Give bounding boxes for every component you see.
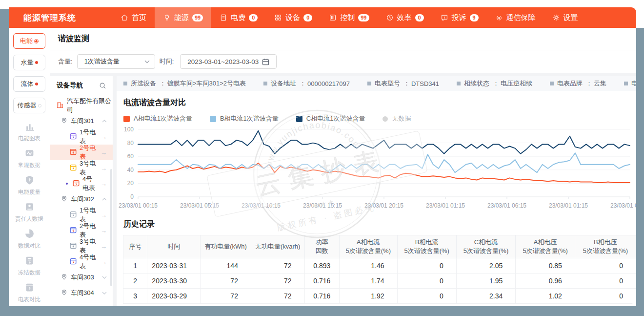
legend-swatch <box>123 116 130 122</box>
arrow-right-icon[interactable]: → <box>101 227 107 234</box>
tree-meter-3号电表[interactable]: 3号电表→ <box>50 160 113 176</box>
nav-item-electricity-fee[interactable]: 电费0 <box>211 7 266 28</box>
tree-group-车间303[interactable]: 车间303 <box>50 270 113 285</box>
legend-item-2[interactable]: C相电流1次谐波含量 <box>296 114 365 123</box>
info-colon: ： <box>586 79 592 88</box>
mode-button-sensor[interactable]: 传感器 <box>13 98 45 113</box>
info-value: 000000217097 <box>307 80 350 87</box>
sidebar-item-power-charts[interactable]: 电能图表 <box>18 121 40 142</box>
line-chart-canvas: 02040608010023/03/01 00:1523/03/01 05:15… <box>117 126 636 212</box>
mode-button-fluid[interactable]: 流体 <box>13 76 45 92</box>
sidebar-item-owner-data[interactable]: 责任人数据 <box>15 202 43 223</box>
arrow-right-icon[interactable]: → <box>101 180 107 188</box>
cell-r1-c0: 1 <box>123 258 147 274</box>
tree-meter-2号电表[interactable]: 2号电表→ <box>50 223 113 238</box>
tree-meter-3号电表[interactable]: 3号电表→ <box>50 238 113 254</box>
content-filter-label: 含量: <box>58 57 73 66</box>
info-colon: ： <box>403 79 410 88</box>
col-header-8: A相电压5次谐波含量(%) <box>516 235 575 258</box>
tree-group-车间301[interactable]: 车间301 <box>50 113 113 129</box>
nav-item-settings[interactable]: 设置 <box>544 7 586 28</box>
device-info-1: 设备地址：000000217097 <box>263 79 350 88</box>
tree-meter-4号电表[interactable]: 4号电表→ <box>50 176 113 191</box>
mode-status-icon <box>38 104 41 107</box>
tree-meter-4号电表[interactable]: 4号电表→ <box>50 254 113 270</box>
sidebar-item-data-compare[interactable]: 数据对比 <box>18 229 40 250</box>
meter-icon <box>70 133 77 141</box>
app-panel: 电能水量流体传感器 电能图表常规数据电能质量责任人数据数据对比冻结数据电表对比负… <box>9 28 636 306</box>
tree-meter-1号电表[interactable]: 1号电表→ <box>50 207 113 223</box>
sidebar-item-regular-data[interactable]: 常规数据 <box>18 148 40 169</box>
nav-item-home[interactable]: 首页 <box>112 7 155 28</box>
pie-icon <box>24 229 35 241</box>
cell-r1-c6: 0 <box>397 258 456 274</box>
frame-right-scroll-strip[interactable] <box>636 28 644 316</box>
x-tick-label: 23/03/01 06:15 <box>487 202 526 209</box>
arrow-right-icon[interactable]: → <box>101 133 107 141</box>
device-nav-header: 设备导航 <box>50 76 113 95</box>
chevron-down-icon[interactable] <box>102 276 107 279</box>
legend-item-1[interactable]: B相电流1次谐波含量 <box>210 114 279 123</box>
nav-item-communication[interactable]: 通信保障 <box>487 7 544 28</box>
cell-r3-c5: 1.92 <box>339 289 397 304</box>
location-pin-icon <box>60 117 68 126</box>
tree-label: 车间301 <box>71 117 94 126</box>
content-select[interactable]: 1次谐波含量 <box>77 54 155 69</box>
chart-series-B相电流1次谐波含量 <box>138 153 630 172</box>
col-header-2: 有功电量(kWh) <box>201 235 251 258</box>
tree-label: 车间303 <box>71 273 94 282</box>
y-tick-label: 60 <box>127 153 134 160</box>
mode-button-electricity[interactable]: 电能 <box>13 33 45 49</box>
arrow-right-icon[interactable]: → <box>101 258 107 266</box>
cell-r2-c1: 2023-03-30 <box>147 274 201 289</box>
tree-company[interactable]: 汽车配件有限公司 <box>50 98 113 113</box>
arrow-right-icon[interactable]: → <box>101 165 107 172</box>
legend-label: B相电流1次谐波含量 <box>220 114 279 123</box>
arrow-right-icon[interactable]: → <box>101 149 107 156</box>
mode-label: 传感器 <box>18 101 37 110</box>
filter-bar: 含量: 1次谐波含量 时间: 2023-03-01~2023-03-03 <box>50 50 636 73</box>
nav-item-complaints[interactable]: 投诉9 <box>432 7 487 28</box>
x-tick-label: 23/03/01 01:15 <box>549 202 588 209</box>
home-icon <box>121 14 128 21</box>
tree-group-车间302[interactable]: 车间302 <box>50 191 113 207</box>
tree-group-车间304[interactable]: 车间304 <box>50 285 113 301</box>
cell-r3-c6: 0 <box>397 289 456 304</box>
tool-list: 电能图表常规数据电能质量责任人数据数据对比冻结数据电表对比负荷曲线 <box>15 121 43 306</box>
section-divider <box>50 73 636 76</box>
mode-button-water[interactable]: 水量 <box>13 55 45 70</box>
nav-item-energy[interactable]: 能源99 <box>155 7 211 28</box>
sidebar-item-label: 冻结数据 <box>18 269 40 276</box>
arrow-right-icon[interactable]: → <box>101 243 107 250</box>
chevron-up-icon[interactable] <box>102 120 107 123</box>
device-info-3: 相续状态：电压逆相续 <box>457 79 532 88</box>
tree-label: 汽车配件有限公司 <box>67 97 113 114</box>
nav-item-efficiency[interactable]: 效率0 <box>378 7 432 28</box>
tree-meter-1号电表[interactable]: 1号电表→ <box>50 129 113 145</box>
time-range-input[interactable]: 2023-03-01~2023-03-03 <box>180 54 277 69</box>
legend-item-3[interactable]: 无数据 <box>382 114 411 123</box>
x-tick-label: 23/03/01 00:15 <box>119 202 158 209</box>
legend-swatch <box>296 116 302 122</box>
tree-label: 车间304 <box>71 289 94 297</box>
nav-item-control[interactable]: 控制99 <box>321 7 377 28</box>
nav-item-label: 能源 <box>174 13 189 22</box>
legend-item-0[interactable]: A相电流1次谐波含量 <box>123 114 192 123</box>
nav-item-label: 控制 <box>340 13 355 22</box>
tree-label: 车间302 <box>71 195 94 204</box>
search-icon[interactable] <box>99 82 106 89</box>
arrow-right-icon[interactable]: → <box>101 211 107 219</box>
cell-r1-c3: 72 <box>251 258 304 274</box>
x-tick-label: 23/03/01 10:15 <box>242 202 281 209</box>
chevron-down-icon[interactable] <box>102 292 107 295</box>
table-row-3: 32023-03-2972720.7161.9202.341.020 <box>123 289 636 304</box>
meter-box-icon <box>24 282 35 295</box>
sidebar-item-frozen-data[interactable]: 冻结数据 <box>18 255 40 276</box>
chevron-up-icon[interactable] <box>102 198 107 201</box>
nav-item-devices[interactable]: 设备0 <box>266 7 321 28</box>
sidebar-item-meter-compare[interactable]: 电表对比 <box>18 282 40 303</box>
cell-r3-c8: 1.02 <box>516 289 575 304</box>
sidebar-item-power-quality[interactable]: 电能质量 <box>18 175 40 196</box>
tree-meter-2号电表-selected[interactable]: 2号电表→ <box>50 145 113 160</box>
device-nav-scrollbar[interactable] <box>110 169 112 286</box>
